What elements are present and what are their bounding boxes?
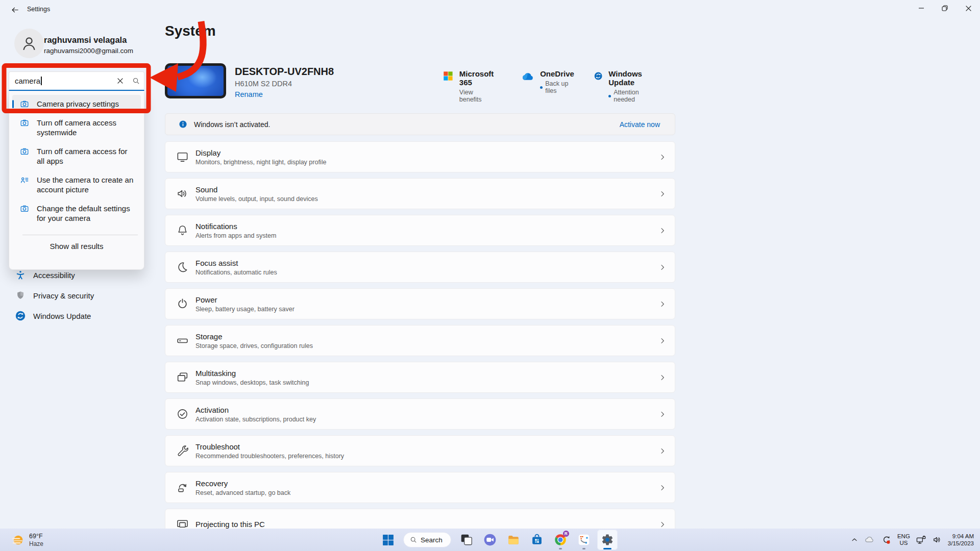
search-result-use-the-camera-to-create-an-account-picture[interactable]: Use the camera to create an account pict… <box>12 171 141 199</box>
device-name: DESKTOP-UV2FNH8 <box>235 66 334 78</box>
card-subtitle: Snap windows, desktops, task switching <box>195 379 309 386</box>
settings-card-sound[interactable]: SoundVolume levels, output, input, sound… <box>165 178 675 209</box>
accessibility-icon <box>15 270 26 280</box>
taskbar-search[interactable]: Search <box>403 532 451 547</box>
chevron-right-icon <box>658 263 667 271</box>
chevron-right-icon <box>658 153 667 161</box>
quicklink-windows-update[interactable]: Windows UpdateAttention needed <box>594 69 647 103</box>
search-result-camera-privacy-settings[interactable]: Camera privacy settings <box>12 95 141 113</box>
settings-card-recovery[interactable]: RecoveryReset, advanced startup, go back <box>165 472 675 503</box>
card-title: Multitasking <box>195 369 309 378</box>
settings-gear-icon <box>601 533 614 546</box>
settings-card-display[interactable]: DisplayMonitors, brightness, night light… <box>165 141 675 172</box>
info-icon <box>179 120 187 129</box>
close-button[interactable] <box>957 0 980 16</box>
search-input[interactable]: camera <box>9 71 144 91</box>
chevron-right-icon <box>658 227 667 235</box>
notifications-icon <box>176 224 189 237</box>
sidebar-item-windows-update[interactable]: Windows Update <box>6 306 149 326</box>
tray-date: 3/15/2023 <box>948 540 974 547</box>
search-result-turn-off-camera-access-systemwide[interactable]: Turn off camera access systemwide <box>12 114 141 142</box>
sidebar-item-label: Windows Update <box>33 312 91 320</box>
search-icon <box>410 536 417 543</box>
search-result-turn-off-camera-access-for-all-apps[interactable]: Turn off camera access for all apps <box>12 142 141 170</box>
taskbar-app-file-explorer[interactable] <box>503 530 524 550</box>
device-model: H610M S2 DDR4 <box>235 80 292 88</box>
card-title: Display <box>195 148 326 157</box>
search-input-value: camera <box>15 77 40 85</box>
troubleshoot-icon <box>176 444 189 457</box>
back-arrow-icon <box>11 6 19 14</box>
taskbar-app-settings[interactable] <box>597 530 618 550</box>
card-subtitle: Notifications, automatic rules <box>195 269 277 276</box>
search-result-label: Camera privacy settings <box>37 99 137 109</box>
taskbar-app-task-view[interactable] <box>456 530 477 550</box>
taskbar: 69°F Haze Search R ENG US 9:04 AM 3/15/2… <box>0 529 980 551</box>
device-image <box>165 63 226 98</box>
search-icon[interactable] <box>132 77 140 85</box>
clear-search-icon[interactable] <box>117 78 124 84</box>
sidebar-item-label: Privacy & security <box>33 291 94 300</box>
quicklink-onedrive[interactable]: OneDriveBack up files <box>521 69 576 94</box>
chevron-right-icon <box>658 373 667 382</box>
card-title: Storage <box>195 332 313 341</box>
recovery-icon <box>176 481 189 494</box>
quicklink-title: OneDrive <box>540 69 576 78</box>
search-result-label: Turn off camera access systemwide <box>37 118 137 138</box>
volume-icon[interactable] <box>932 535 942 545</box>
rename-link[interactable]: Rename <box>235 90 263 98</box>
settings-card-power[interactable]: PowerSleep, battery usage, battery saver <box>165 288 675 319</box>
taskbar-app-snipping-tool[interactable] <box>574 530 594 550</box>
sidebar-item-privacy-security[interactable]: Privacy & security <box>6 285 149 306</box>
card-title: Sound <box>195 185 318 194</box>
search-result-label: Change the default settings for your cam… <box>37 204 137 223</box>
microsoft-365-icon <box>443 69 453 83</box>
window-title: Settings <box>27 6 50 13</box>
show-all-results[interactable]: Show all results <box>9 235 144 257</box>
activate-now-link[interactable]: Activate now <box>620 120 660 129</box>
hidden-icons-chevron-icon[interactable] <box>850 536 859 544</box>
quicklink-title: Microsoft 365 <box>459 69 497 87</box>
settings-card-multitasking[interactable]: MultitaskingSnap windows, desktops, task… <box>165 362 675 393</box>
taskbar-app-chat[interactable] <box>480 530 500 550</box>
quicklink-subtitle: Back up files <box>545 80 576 94</box>
restore-button[interactable] <box>933 0 957 16</box>
search-result-label: Turn off camera access for all apps <box>37 146 137 166</box>
start-button[interactable] <box>378 530 398 550</box>
card-title: Focus assist <box>195 259 277 267</box>
recorder-tray-icon[interactable] <box>881 535 892 545</box>
taskbar-app-chrome[interactable]: R <box>550 530 571 550</box>
search-result-change-the-default-settings-for-your-camera[interactable]: Change the default settings for your cam… <box>12 199 141 228</box>
network-icon[interactable] <box>916 535 926 545</box>
settings-card-troubleshoot[interactable]: TroubleshootRecommended troubleshooters,… <box>165 435 675 466</box>
explorer-icon <box>507 533 520 546</box>
focus-assist-icon <box>176 261 189 273</box>
activation-icon <box>176 408 189 420</box>
card-subtitle: Activation state, subscriptions, product… <box>195 416 316 423</box>
status-bullet <box>608 95 611 97</box>
language-indicator[interactable]: ENG US <box>897 533 910 546</box>
region-code: US <box>897 540 910 546</box>
settings-card-notifications[interactable]: NotificationsAlerts from apps and system <box>165 215 675 246</box>
minimize-button[interactable] <box>910 0 933 16</box>
card-subtitle: Alerts from apps and system <box>195 232 276 239</box>
card-title: Power <box>195 295 295 304</box>
chevron-right-icon <box>658 447 667 455</box>
back-button[interactable] <box>6 3 23 16</box>
onedrive-tray-icon[interactable] <box>864 534 875 545</box>
taskbar-app-microsoft-store[interactable] <box>527 530 547 550</box>
quicklink-subtitle: View benefits <box>459 89 497 103</box>
chevron-right-icon <box>658 520 667 529</box>
chevron-right-icon <box>658 410 667 418</box>
settings-card-focus-assist[interactable]: Focus assistNotifications, automatic rul… <box>165 252 675 283</box>
quicklink-microsoft-365[interactable]: Microsoft 365View benefits <box>443 69 497 103</box>
weather-widget[interactable]: 69°F Haze <box>7 529 46 551</box>
settings-card-storage[interactable]: StorageStorage space, drives, configurat… <box>165 325 675 356</box>
card-subtitle: Storage space, drives, configuration rul… <box>195 342 313 349</box>
clock[interactable]: 9:04 AM 3/15/2023 <box>948 533 974 547</box>
quicklink-title: Windows Update <box>608 69 647 87</box>
settings-card-activation[interactable]: ActivationActivation state, subscription… <box>165 398 675 430</box>
windows-start-icon <box>382 534 395 546</box>
display-icon <box>176 151 189 163</box>
restore-icon <box>942 5 948 11</box>
